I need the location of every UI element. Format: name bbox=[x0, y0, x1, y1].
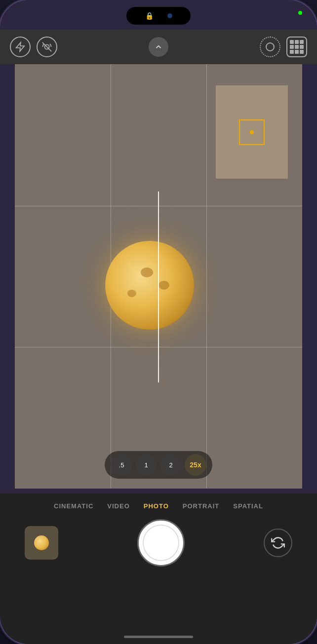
moon-subject bbox=[105, 241, 194, 330]
camera-indicator bbox=[167, 13, 172, 18]
crater-3 bbox=[158, 281, 169, 290]
mode-cinematic[interactable]: CINEMATIC bbox=[54, 502, 93, 510]
mode-spatial[interactable]: SPATIAL bbox=[233, 502, 263, 510]
crater-1 bbox=[141, 267, 153, 277]
shutter-inner-ring bbox=[143, 525, 179, 561]
camera-active-indicator bbox=[298, 11, 302, 15]
mode-photo[interactable]: PHOTO bbox=[144, 502, 169, 510]
last-photo-thumbnail[interactable] bbox=[25, 526, 58, 560]
bottom-controls-area: CINEMATIC VIDEO PHOTO PORTRAIT SPATIAL bbox=[0, 493, 317, 644]
grid-button[interactable] bbox=[286, 37, 307, 57]
mode-portrait[interactable]: PORTRAIT bbox=[183, 502, 219, 510]
zoom-1x-button[interactable]: 1 bbox=[135, 454, 157, 476]
focus-point bbox=[250, 130, 254, 134]
focus-box[interactable] bbox=[239, 119, 265, 145]
live-button[interactable] bbox=[37, 37, 57, 57]
left-controls bbox=[10, 37, 57, 57]
focus-preview-area bbox=[216, 85, 288, 179]
level-indicator bbox=[158, 191, 159, 382]
zoom-0-5-button[interactable]: .5 bbox=[111, 454, 132, 476]
lock-icon: 🔒 bbox=[145, 12, 154, 20]
right-controls bbox=[260, 37, 307, 57]
timer-button[interactable] bbox=[260, 37, 280, 57]
flash-button[interactable] bbox=[10, 37, 31, 57]
grid-line-vertical-2 bbox=[206, 64, 207, 489]
thumbnail-image bbox=[34, 535, 49, 550]
mode-video[interactable]: VIDEO bbox=[107, 502, 129, 510]
zoom-25x-button[interactable]: 25x bbox=[185, 454, 206, 476]
top-center-control[interactable] bbox=[149, 37, 168, 57]
zoom-2x-button[interactable]: 2 bbox=[160, 454, 182, 476]
zoom-controls: .5 1 2 25x bbox=[105, 451, 212, 479]
dynamic-island: 🔒 bbox=[126, 7, 191, 25]
camera-controls-row bbox=[0, 516, 317, 570]
svg-marker-0 bbox=[16, 42, 25, 51]
camera-mode-selector: CINEMATIC VIDEO PHOTO PORTRAIT SPATIAL bbox=[0, 493, 317, 516]
phone-frame: 🔒 bbox=[0, 0, 317, 644]
flip-camera-button[interactable] bbox=[264, 529, 292, 557]
home-indicator bbox=[124, 636, 193, 638]
shutter-button[interactable] bbox=[139, 521, 183, 565]
top-controls-bar bbox=[0, 30, 317, 64]
crater-2 bbox=[127, 290, 136, 297]
camera-viewfinder[interactable]: .5 1 2 25x bbox=[15, 64, 302, 489]
collapse-button[interactable] bbox=[149, 37, 168, 57]
